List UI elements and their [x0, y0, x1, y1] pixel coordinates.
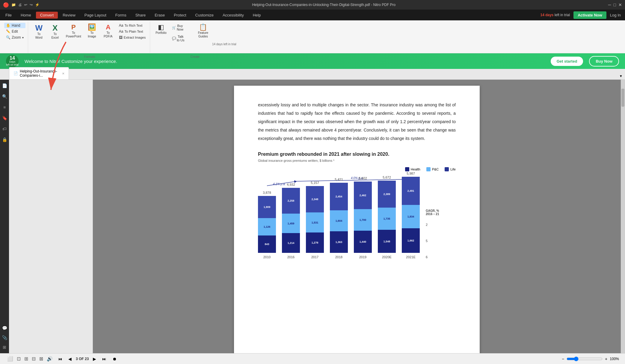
single-page-icon[interactable]: ⬜ [6, 355, 14, 362]
main-area: 📄 🔍 ≡ 🔖 🏷 🔒 💬 📎 ⊞ excessively lossy a [0, 80, 625, 353]
to-powerpoint-button[interactable]: P ToPowerPoint [64, 23, 83, 40]
menu-home[interactable]: Home [16, 12, 35, 19]
to-image-button[interactable]: 🖼️ ToImage [85, 23, 99, 40]
days-circle: 14 Days left on trial [6, 55, 19, 67]
sidebar-search-icon[interactable]: 🔍 [1, 93, 8, 100]
tab-label: Helping-Out-Insurance-Companies-i... [20, 69, 59, 78]
bar-chart: 3,878 1,909 1,126 843 2010 4,932 [258, 190, 420, 268]
buy-now-trial-button[interactable]: Buy Now [589, 56, 619, 67]
extract-images-button[interactable]: 🖼 Extract Images [117, 35, 147, 40]
menu-customize[interactable]: Customize [191, 12, 218, 19]
scroll-icon[interactable]: ⊟ [31, 355, 37, 362]
activate-now-button[interactable]: Activate Now [573, 11, 606, 19]
ribbon: ✋ Hand ✏️ Edit 🔍 Zoom ▾ W ToWord [0, 20, 625, 53]
get-started-button[interactable]: Get started [551, 57, 583, 66]
bar-2017: 5,157 2,348 1,531 1,278 2017 [306, 181, 324, 259]
bar-2010: 3,878 1,909 1,126 843 2010 [258, 191, 276, 259]
menu-review[interactable]: Review [58, 12, 80, 19]
nav-last[interactable]: ⏭ [100, 356, 108, 362]
sidebar-attachments-icon[interactable]: 📎 [1, 334, 8, 341]
to-plain-text-label: To Plain Text [125, 30, 143, 33]
pdf-area[interactable]: excessively lossy and led to multiple ch… [93, 80, 621, 353]
gagr-value-2: 5 [426, 239, 439, 243]
edit-tool[interactable]: ✏️ Edit [4, 29, 25, 34]
sidebar-bookmarks-icon[interactable]: 🔖 [1, 114, 8, 122]
trial-text: 14 days left in trial [540, 13, 570, 17]
legend-health: Health [405, 167, 420, 171]
tabs-bar: 📄 Helping-Out-Insurance-Companies-i... ✕… [0, 69, 625, 80]
menu-protect[interactable]: Protect [170, 12, 190, 19]
buy-now-button[interactable]: 🛒 BuyNow [170, 23, 194, 32]
chart-subtitle: Global insurance gross premiums written,… [258, 159, 456, 162]
page-indicator: 3 OF 23 [76, 357, 89, 361]
zoom-label: Zoom [12, 35, 21, 40]
nav-next[interactable]: ▶ [91, 356, 98, 362]
hand-tool[interactable]: ✋ Hand [4, 23, 25, 28]
menu-convert[interactable]: Convert [36, 12, 58, 19]
zoom-slider[interactable] [567, 357, 603, 361]
menu-share[interactable]: Share [131, 12, 150, 19]
menu-file[interactable]: File [1, 12, 16, 19]
talk-to-us-label: Talkto Us [177, 35, 185, 42]
window-title: Helping-Out-Insurance-Companies-in-Unloc… [40, 3, 608, 7]
zoom-in-button[interactable]: + [605, 357, 607, 361]
bar-2020e: 5,672 2,389 1,735 1,548 2020E [378, 176, 396, 259]
menu-accessibility[interactable]: Accessibility [218, 12, 248, 19]
menu-erase[interactable]: Erase [150, 12, 169, 19]
to-rich-text-label: To Rich Text [125, 24, 143, 27]
menu-page-layout[interactable]: Page Layout [80, 12, 111, 19]
create-label: Create [191, 55, 200, 58]
chart-title: Premium growth rebounded in 2021 after s… [258, 152, 456, 157]
talk-to-us-button[interactable]: 💬 Talkto Us [170, 34, 194, 43]
ribbon-tool-group: ✋ Hand ✏️ Edit 🔍 Zoom ▾ [2, 22, 28, 53]
hand-label: Hand [12, 23, 20, 28]
two-page-icon[interactable]: ⊞ [23, 355, 29, 362]
document-tab[interactable]: 📄 Helping-Out-Insurance-Companies-i... ✕ [9, 67, 69, 79]
to-rich-text-button[interactable]: Aa To Rich Text [117, 23, 147, 28]
trial-bar-right: 14 days left in trial Activate Now Log I… [540, 11, 624, 19]
gagr-value-3: 6 [426, 255, 439, 259]
nav-play[interactable]: ⏺ [111, 356, 118, 362]
scroll-thumb[interactable] [621, 89, 624, 107]
to-plain-text-button[interactable]: Aa To Plain Text [117, 29, 147, 34]
thumbnails-panel [9, 80, 93, 353]
title-bar: 🔴 📁 🖨 ↩ ↪ ⚡ Helping-Out-Insurance-Compan… [0, 0, 625, 10]
maximize-button[interactable]: □ [614, 2, 616, 7]
tab-close-button[interactable]: ✕ [62, 72, 64, 75]
formats-label: Formats [84, 55, 95, 58]
chart-legend: Health P&C Life [405, 167, 456, 171]
zoom-out-button[interactable]: − [562, 357, 564, 361]
right-scrollbar[interactable] [621, 80, 625, 353]
to-excel-button[interactable]: X ToExcel [48, 23, 62, 41]
menu-help[interactable]: Help [249, 12, 265, 19]
sidebar-comments-icon[interactable]: 💬 [1, 324, 8, 332]
bar-2021e: 5,987 2,491 1,834 1,662 2021E [402, 172, 420, 259]
to-pdfa-button[interactable]: A ToPDF/A [101, 23, 115, 40]
legend-pac: P&C [426, 167, 439, 171]
zoom-tool[interactable]: 🔍 Zoom ▾ [4, 35, 25, 40]
gagr-title: GAGR, %2016 – 21 [426, 209, 439, 216]
sidebar-grid-icon[interactable]: ⊞ [1, 344, 8, 351]
pdf-page: excessively lossy and led to multiple ch… [234, 86, 480, 353]
fit-page-icon[interactable]: ⊡ [16, 355, 22, 362]
menu-forms[interactable]: Forms [111, 12, 131, 19]
bar-2018: 5,421 2,454 1,604 1,363 2018 [330, 178, 348, 259]
sidebar-pages-icon[interactable]: 📄 [1, 82, 8, 89]
full-screen-icon[interactable]: ⊠ [38, 355, 44, 362]
tab-icon: 📄 [13, 71, 18, 75]
edit-label: Edit [12, 29, 18, 34]
nav-prev[interactable]: ◀ [67, 356, 73, 362]
gagr-area: GAGR, %2016 – 21 2 5 6 [426, 209, 439, 259]
feature-guides-button[interactable]: 📋 FeatureGuides [196, 23, 210, 40]
to-word-button[interactable]: W ToWord [32, 23, 46, 41]
nav-first[interactable]: ⏮ [56, 356, 64, 362]
tab-scroll-arrow[interactable]: ▾ [617, 73, 625, 79]
speaker-icon[interactable]: 🔊 [46, 355, 54, 362]
close-button[interactable]: ✕ [618, 2, 622, 7]
minimize-button[interactable]: ─ [608, 2, 611, 7]
sidebar-layers-icon[interactable]: ≡ [1, 104, 8, 111]
login-button[interactable]: Log In [610, 13, 621, 17]
sidebar-security-icon[interactable]: 🔒 [1, 136, 8, 143]
sidebar-tags-icon[interactable]: 🏷 [1, 125, 8, 132]
portfolio-button[interactable]: ◧ Portfolio [154, 23, 168, 36]
